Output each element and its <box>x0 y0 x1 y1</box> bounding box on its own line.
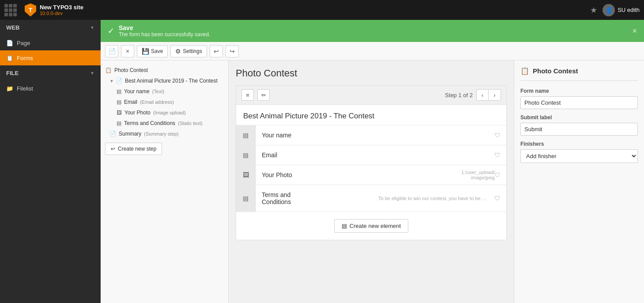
sidebar-item-page-label: Page <box>17 40 30 46</box>
success-close-button[interactable]: × <box>632 27 637 36</box>
new-document-icon: 📄 <box>108 48 116 55</box>
form-section-title: Best Animal Picture 2019 - The Contest <box>236 105 506 125</box>
success-title: Save <box>119 24 210 31</box>
save-button[interactable]: 💾 Save <box>137 45 168 57</box>
sidebar-section-file-label: FILE <box>6 70 19 76</box>
form-field-your-photo[interactable]: 🖼 Your Photo 1:/user_upload/image/jpeg 🛡 <box>236 165 506 185</box>
create-new-element-button[interactable]: ▤ Create new element <box>334 219 408 233</box>
field-icon-email: ▤ <box>236 145 256 165</box>
success-notification: ✓ Save The form has been successfully sa… <box>101 20 644 42</box>
tree-step[interactable]: ▼ 📄 Best Animal Picture 2019 - The Conte… <box>101 76 228 86</box>
sidebar-item-filelist[interactable]: 📁 Filelist <box>0 81 101 96</box>
field-label-your-name: Your name <box>262 132 482 139</box>
save-label: Save <box>151 48 163 54</box>
tree-item-sub-3: (Static text) <box>178 121 203 126</box>
form-edit-button[interactable]: ✏ <box>257 89 270 101</box>
form-panel: Photo Contest ≡ ✏ Step 1 of 2 ‹ › <box>229 61 514 303</box>
form-title: Photo Contest <box>236 68 507 79</box>
sidebar: WEB ▼ 📄 Page 📋 Forms FILE ▼ 📁 Filelist <box>0 20 101 303</box>
tree-item-sub-4: (Summary step) <box>144 131 178 136</box>
main-layout: WEB ▼ 📄 Page 📋 Forms FILE ▼ 📁 Filelist ✓… <box>0 20 644 303</box>
page-icon: 📄 <box>6 39 13 46</box>
filelist-icon: 📁 <box>6 85 13 92</box>
success-subtitle: The form has been successfully saved. <box>119 31 210 38</box>
prev-step-button[interactable]: ‹ <box>476 89 489 101</box>
create-element-row: ▤ Create new element <box>236 212 506 240</box>
bookmark-icon[interactable]: ★ <box>590 5 597 15</box>
user-menu[interactable]: 👤 SU edith <box>603 4 640 16</box>
shield-icon-1: 🛡 <box>494 132 501 139</box>
props-form-icon: 📋 <box>520 67 529 75</box>
username-text: SU edith <box>618 7 640 13</box>
field-label-your-photo: Your Photo <box>262 171 465 178</box>
tree-item-your-photo[interactable]: 🖼 Your Photo (Image upload) <box>101 107 228 118</box>
forms-icon: 📋 <box>6 54 13 61</box>
tree-item-label-4: Summary <box>119 131 141 137</box>
logo-icon: T <box>25 4 36 17</box>
site-name-text: New TYPO3 site <box>40 4 83 11</box>
toolbar: 📄 × 💾 Save ⚙ Settings ↩ ↪ <box>101 42 644 61</box>
list-icon: ≡ <box>246 92 249 98</box>
topbar-right: ★ 👤 SU edith <box>590 4 640 16</box>
tree-item-label-0: Your name <box>124 88 150 95</box>
field-hint-terms: To be eligible to win our contest, you h… <box>378 185 489 212</box>
field-icon-your-name: ▤ <box>236 125 256 145</box>
form-field-terms[interactable]: ▤ Terms andConditions To be eligible to … <box>236 185 506 212</box>
tree-field-icon-5: 📄 <box>109 131 116 137</box>
topbar-left: T New TYPO3 site 10.0.0-dev <box>4 4 83 17</box>
props-header: 📋 Photo Contest <box>520 67 638 81</box>
tree-root-icon: 📋 <box>105 67 112 73</box>
submit-label-input[interactable] <box>520 123 638 136</box>
field-shield-your-name: 🛡 <box>489 125 506 145</box>
next-step-button[interactable]: › <box>489 89 501 101</box>
pencil-icon: ✏ <box>261 92 266 98</box>
save-icon: 💾 <box>142 48 149 55</box>
tree-step-label: Best Animal Picture 2019 - The Contest <box>125 78 218 84</box>
form-name-input[interactable] <box>520 96 638 109</box>
step-nav: ‹ › <box>476 89 501 101</box>
sidebar-section-web[interactable]: WEB ▼ <box>0 20 101 35</box>
finishers-select[interactable]: Add finisher Email Redirect Save to data… <box>520 149 638 163</box>
gear-icon: ⚙ <box>175 48 181 55</box>
form-field-email[interactable]: ▤ Email 🛡 <box>236 145 506 165</box>
content-area: ✓ Save The form has been successfully sa… <box>101 20 644 303</box>
tree-root-label: Photo Contest <box>114 67 148 73</box>
props-title: Photo Contest <box>533 67 578 75</box>
form-field-your-name[interactable]: ▤ Your name 🛡 <box>236 125 506 145</box>
field-icon-terms: ▤ <box>236 185 256 212</box>
topbar: T New TYPO3 site 10.0.0-dev ★ 👤 SU edith <box>0 0 644 20</box>
tree-item-label-3: Terms and Conditions <box>124 120 175 126</box>
field-content-email: Email <box>256 145 489 165</box>
create-new-step-button[interactable]: ↩ Create new step <box>105 143 162 155</box>
redo-icon: ↪ <box>230 48 235 55</box>
tree-item-terms[interactable]: ▤ Terms and Conditions (Static text) <box>101 118 228 129</box>
tree-field-icon-2: ▤ <box>117 99 121 105</box>
tree-item-email[interactable]: ▤ Email (Email address) <box>101 97 228 107</box>
tree-item-label-2: Your Photo <box>124 110 151 116</box>
undo-icon: ↩ <box>214 48 219 55</box>
shield-icon-4: 🛡 <box>494 195 501 202</box>
tree-field-icon-3: 🖼 <box>117 110 122 116</box>
new-document-button[interactable]: 📄 <box>105 45 118 57</box>
undo-button[interactable]: ↩ <box>210 45 223 57</box>
sidebar-section-web-label: WEB <box>6 24 19 31</box>
tree-root[interactable]: 📋 Photo Contest <box>101 65 228 76</box>
sidebar-item-forms[interactable]: 📋 Forms <box>0 50 101 65</box>
tree-step-arrow: ▼ <box>109 79 114 83</box>
close-button[interactable]: × <box>121 45 134 57</box>
form-list-view-button[interactable]: ≡ <box>241 89 254 101</box>
tree-item-your-name[interactable]: ▤ Your name (Text) <box>101 86 228 97</box>
field-hint-your-photo: 1:/user_upload/image/jpeg <box>471 165 489 185</box>
finishers-label: Finishers <box>520 141 638 147</box>
redo-button[interactable]: ↪ <box>226 45 239 57</box>
sidebar-item-page[interactable]: 📄 Page <box>0 35 101 50</box>
tree-item-sub-1: (Email address) <box>140 99 174 105</box>
create-element-label: Create new element <box>350 223 401 229</box>
grid-menu-button[interactable] <box>4 4 17 16</box>
shield-icon-2: 🛡 <box>494 152 501 159</box>
settings-button[interactable]: ⚙ Settings <box>170 45 207 57</box>
sidebar-section-file[interactable]: FILE ▼ <box>0 65 101 81</box>
chevron-down-icon-2: ▼ <box>90 71 94 76</box>
tree-item-summary[interactable]: 📄 Summary (Summary step) <box>101 129 228 139</box>
field-content-your-name: Your name <box>256 125 489 145</box>
